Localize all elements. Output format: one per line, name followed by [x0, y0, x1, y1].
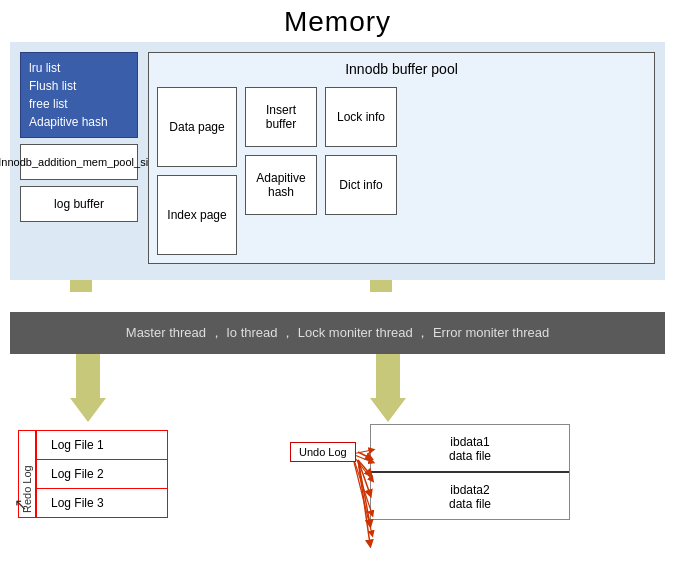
- dict-info-box: Dict info: [325, 155, 397, 215]
- log-file-2: Log File 2: [37, 460, 167, 489]
- lru-item-2: Flush list: [29, 77, 129, 95]
- buffer-pool-title: Innodb buffer pool: [157, 61, 646, 77]
- log-file-1: Log File 1: [37, 431, 167, 460]
- lock-info-box: Lock info: [325, 87, 397, 147]
- svg-line-2: [358, 460, 370, 494]
- buffer-pool: Innodb buffer pool Data page Index page …: [148, 52, 655, 264]
- left-column: lru list Flush list free list Adapitive …: [20, 52, 138, 222]
- ibdata2-section: ibdata2 data file: [371, 473, 569, 519]
- lru-item-1: lru list: [29, 59, 129, 77]
- adaptive-hash-box: Adapitive hash: [245, 155, 317, 215]
- svg-line-9: [352, 454, 372, 534]
- insert-buffer-box: Insert buffer: [245, 87, 317, 147]
- memory-area: lru list Flush list free list Adapitive …: [10, 42, 665, 280]
- buffer-pool-grid: Data page Index page Insert buffer Lock …: [157, 87, 646, 255]
- ibdata-container: ibdata1 data file ibdata2 data file: [370, 424, 570, 520]
- bp-left: Data page Index page: [157, 87, 237, 255]
- page-title: Memory: [0, 0, 675, 42]
- bottom-section: Redo Log Log File 1 Log File 2 Log File …: [10, 354, 665, 566]
- log-file-3: Log File 3: [37, 489, 167, 517]
- redo-log-section: Redo Log Log File 1 Log File 2 Log File …: [18, 430, 168, 518]
- lru-box: lru list Flush list free list Adapitive …: [20, 52, 138, 138]
- undo-log-label: Undo Log: [290, 442, 356, 462]
- thread-bar-label: Master thread ， Io thread ， Lock moniter…: [126, 325, 549, 340]
- log-buffer-label: log buffer: [54, 197, 104, 211]
- ibdata1-section: ibdata1 data file: [371, 425, 569, 473]
- lru-item-3: free list: [29, 95, 129, 113]
- innodb-addition-box: Innodb_addition_mem_pool_size: [20, 144, 138, 180]
- cursor-icon: ↖: [14, 495, 27, 514]
- svg-line-0: [358, 452, 370, 458]
- lru-item-4: Adapitive hash: [29, 113, 129, 131]
- svg-line-1: [358, 460, 370, 474]
- right-down-arrow: [370, 354, 406, 422]
- svg-line-3: [358, 460, 370, 524]
- svg-line-8: [352, 454, 372, 514]
- left-down-arrow: [70, 354, 106, 422]
- arrow-center: [370, 280, 392, 292]
- bp-right: Insert buffer Lock info Adapitive hash D…: [245, 87, 397, 215]
- main-container: Memory lru list Flush list free list Ada…: [0, 0, 675, 566]
- index-page-box: Index page: [157, 175, 237, 255]
- log-buffer-box: log buffer: [20, 186, 138, 222]
- thread-bar: Master thread ， Io thread ， Lock moniter…: [10, 312, 665, 354]
- log-files-list: Log File 1 Log File 2 Log File 3: [36, 430, 168, 518]
- arrows-section: [10, 280, 665, 312]
- innodb-addition-label: Innodb_addition_mem_pool_size: [0, 156, 160, 168]
- arrow-left: [70, 280, 92, 292]
- data-page-box: Data page: [157, 87, 237, 167]
- svg-line-4: [358, 460, 370, 544]
